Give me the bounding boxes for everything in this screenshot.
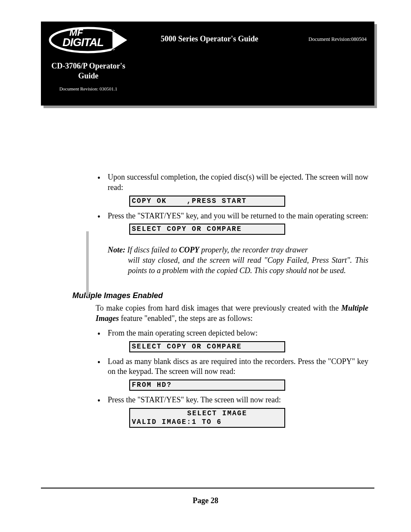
- cd-guide-title: CD-3706/P Operator's Guide: [50, 61, 127, 81]
- bullet-list-5: Press the "START/YES" key. The screen wi…: [73, 395, 368, 405]
- bullet-item: From the main operating screen depicted …: [73, 328, 368, 339]
- note-label: Note:: [108, 246, 125, 254]
- page-number: Page 28: [0, 496, 411, 505]
- doc-revision-right: Document Revision:080504: [308, 36, 367, 43]
- cd-guide-line1: CD-3706/P Operator's: [51, 62, 125, 70]
- content-area: Upon successful completion, the copied d…: [73, 172, 368, 432]
- note-copy-word: COPY: [179, 246, 199, 254]
- bullet-list-2: Press the "START/YES" key, and you will …: [73, 211, 368, 221]
- intro-text-1: To make copies from hard disk images tha…: [96, 304, 341, 312]
- bullet-list-1: Upon successful completion, the copied d…: [73, 172, 368, 193]
- doc-revision-left: Document Revision: 030501.1: [50, 86, 127, 91]
- note-text-1: If discs failed to: [125, 246, 179, 254]
- note-block: Note: If discs failed to COPY properly, …: [73, 245, 368, 276]
- section-title: Multiple Images Enabled: [72, 291, 368, 301]
- lcd-display: SELECT COPY OR COMPARE: [129, 341, 285, 352]
- header-band: MF DIGITAL CD-3706/P Operator's Guide Do…: [41, 22, 374, 106]
- lcd-display: COPY OK ,PRESS START: [129, 196, 285, 207]
- intro-text-2: feature "enabled", the steps are as foll…: [119, 314, 253, 323]
- lcd-line2: VALID IMAGE:1 TO 6: [132, 418, 222, 426]
- lcd-display: SELECT COPY OR COMPARE: [129, 224, 285, 235]
- bullet-list-4: Load as many blank discs as are required…: [73, 357, 368, 377]
- footer-rule: [41, 488, 374, 488]
- bullet-item: Press the "START/YES" key. The screen wi…: [73, 395, 368, 405]
- series-title: 5000 Series Operator's Guide: [161, 34, 258, 44]
- intro-paragraph: To make copies from hard disk images tha…: [73, 303, 368, 324]
- note-sidebar: [86, 231, 89, 296]
- bullet-item: Upon successful completion, the copied d…: [73, 172, 368, 193]
- bullet-text: Upon successful completion, the copied d…: [108, 173, 368, 192]
- svg-text:DIGITAL: DIGITAL: [62, 36, 103, 49]
- page: MF DIGITAL CD-3706/P Operator's Guide Do…: [0, 0, 411, 532]
- lcd-display-two-line: SELECT IMAGEVALID IMAGE:1 TO 6: [129, 408, 285, 428]
- cd-guide-line2: Guide: [78, 72, 98, 80]
- bullet-text: Press the "START/YES" key. The screen wi…: [108, 395, 281, 404]
- bullet-text: From the main operating screen depicted …: [108, 329, 258, 337]
- bullet-item: Load as many blank discs as are required…: [73, 357, 368, 377]
- bullet-list-3: From the main operating screen depicted …: [73, 328, 368, 339]
- note-text-2: properly, the recorder tray drawer: [199, 246, 308, 254]
- note-text-3: will stay closed, and the screen will re…: [108, 255, 368, 276]
- bullet-text: Load as many blank discs as are required…: [108, 357, 368, 376]
- lcd-line1: SELECT IMAGE: [132, 409, 283, 418]
- lcd-display: FROM HD?: [129, 380, 285, 391]
- bullet-text: Press the "START/YES" key, and you will …: [108, 212, 368, 220]
- bullet-item: Press the "START/YES" key, and you will …: [73, 211, 368, 221]
- mf-digital-logo: MF DIGITAL: [47, 24, 129, 56]
